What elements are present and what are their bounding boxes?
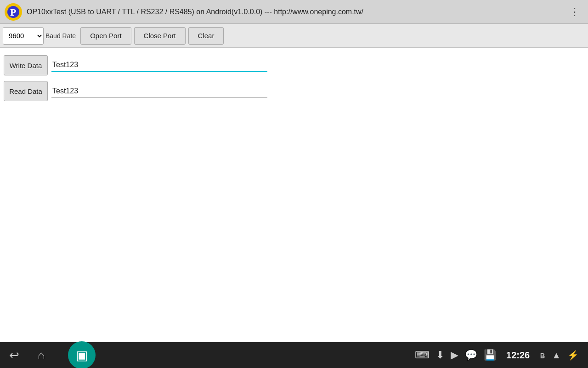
time-display: 12:26 bbox=[506, 350, 530, 361]
sd-icon[interactable]: 💾 bbox=[484, 349, 496, 361]
nav-left-group: ↩ ⌂ ▣ bbox=[9, 341, 415, 368]
open-port-button[interactable]: Open Port bbox=[80, 27, 131, 45]
nav-bar: ↩ ⌂ ▣ ⌨ ⬇ ▶ 💬 💾 12:26 ʙ ▲ ⚡ bbox=[0, 342, 588, 368]
bluetooth-icon: ʙ bbox=[540, 350, 545, 361]
baud-rate-select[interactable]: 9600 300 1200 2400 4800 19200 38400 5760… bbox=[3, 27, 44, 45]
close-port-button[interactable]: Close Port bbox=[134, 27, 186, 45]
wifi-icon: ▲ bbox=[552, 350, 561, 361]
write-data-button[interactable]: Write Data bbox=[4, 55, 48, 75]
read-data-button[interactable]: Read Data bbox=[4, 81, 48, 101]
toolbar: 9600 300 1200 2400 4800 19200 38400 5760… bbox=[0, 24, 588, 48]
home-icon[interactable]: ⌂ bbox=[38, 348, 45, 362]
read-data-row: Read Data Test123 bbox=[4, 78, 584, 104]
overflow-menu-icon[interactable]: ⋮ bbox=[566, 4, 583, 20]
write-data-input[interactable] bbox=[51, 59, 267, 72]
title-bar: P OP10xxTest (USB to UART / TTL / RS232 … bbox=[0, 0, 588, 24]
read-data-output: Test123 bbox=[51, 85, 267, 98]
chat-icon[interactable]: 💬 bbox=[465, 349, 477, 361]
keyboard-icon[interactable]: ⌨ bbox=[415, 349, 430, 361]
recents-button[interactable]: ▣ bbox=[68, 341, 96, 368]
download-icon[interactable]: ⬇ bbox=[436, 349, 444, 361]
baud-rate-label: Baud Rate bbox=[45, 32, 76, 40]
clear-button[interactable]: Clear bbox=[188, 27, 224, 45]
recents-icon: ▣ bbox=[76, 348, 88, 363]
back-icon[interactable]: ↩ bbox=[9, 348, 19, 362]
main-content: Write Data Read Data Test123 bbox=[0, 48, 588, 342]
app-logo: P bbox=[5, 3, 22, 21]
app-title: OP10xxTest (USB to UART / TTL / RS232 / … bbox=[27, 8, 566, 16]
battery-icon: ⚡ bbox=[567, 350, 579, 361]
baud-rate-wrapper: 9600 300 1200 2400 4800 19200 38400 5760… bbox=[3, 27, 78, 45]
play-icon[interactable]: ▶ bbox=[451, 349, 458, 361]
svg-text:P: P bbox=[10, 6, 16, 18]
write-data-row: Write Data bbox=[4, 52, 584, 78]
nav-right-group: ⌨ ⬇ ▶ 💬 💾 12:26 ʙ ▲ ⚡ bbox=[415, 349, 579, 361]
